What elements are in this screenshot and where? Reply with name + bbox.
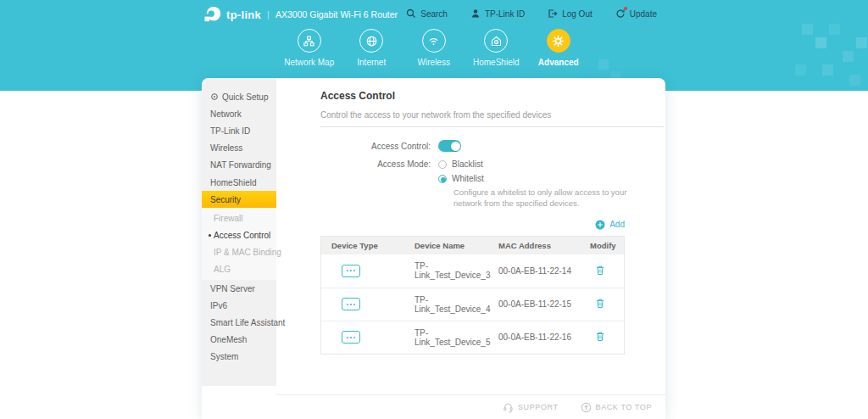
- update-icon: [615, 8, 626, 19]
- access-control-row: Access Control:: [320, 140, 664, 152]
- unknown-device-icon: [342, 331, 360, 344]
- sidebar-item-label: Smart Life Assistant: [210, 318, 285, 327]
- device-name-cell: TP-Link_Test_Device_5: [410, 328, 497, 347]
- quick-setup-icon: [210, 92, 219, 101]
- radio-blacklist[interactable]: Blacklist: [438, 159, 483, 169]
- radio-icon: [438, 160, 447, 169]
- sidebar-item-nat-forwarding[interactable]: NAT Forwarding: [202, 157, 276, 174]
- sidebar-item-ipv6[interactable]: IPv6: [202, 297, 276, 314]
- mosaic-square: [849, 75, 860, 86]
- radio-selected-icon: [438, 175, 447, 183]
- tab-internet[interactable]: Internet: [341, 29, 403, 67]
- sidebar-item-label: System: [210, 352, 238, 361]
- sidebar-item-label: Firewall: [214, 214, 242, 223]
- update-button[interactable]: Update: [615, 8, 657, 19]
- sidebar-item-homeshield[interactable]: HomeShield: [202, 174, 276, 191]
- sidebar-item-label: VPN Server: [210, 284, 255, 293]
- sidebar-item-label: HomeShield: [210, 178, 256, 187]
- delete-button[interactable]: [595, 298, 605, 309]
- mac-address-cell: 00-0A-EB-11-22-15: [497, 299, 584, 309]
- sidebar-subitem-access-control[interactable]: Access Control: [202, 227, 276, 244]
- support-button[interactable]: SUPPORT: [503, 402, 559, 413]
- access-control-toggle[interactable]: [438, 140, 461, 152]
- sidebar-item-label: Network: [210, 109, 242, 119]
- tplink-id-label: TP-Link ID: [485, 9, 525, 19]
- tplink-id-button[interactable]: TP-Link ID: [470, 8, 525, 19]
- sidebar-item-wireless[interactable]: Wireless: [202, 140, 276, 157]
- sidebar-item-label: OneMesh: [210, 335, 247, 344]
- card-footer: SUPPORT BACK TO TOP: [276, 394, 665, 419]
- divider: [320, 126, 664, 127]
- access-control-panel: Access Control Control the access to you…: [276, 78, 665, 394]
- page-title: Access Control: [320, 90, 664, 102]
- bullet-icon: [209, 234, 211, 237]
- mosaic-square: [795, 64, 806, 75]
- delete-button[interactable]: [595, 331, 605, 342]
- sidebar-item-security[interactable]: Security: [202, 191, 276, 208]
- device-name-cell: TP-Link_Test_Device_3: [410, 261, 497, 280]
- arrow-up-circle-icon: [581, 402, 592, 413]
- page-subtitle: Control the access to your network from …: [320, 110, 664, 120]
- sidebar-item-smart-life-assistant[interactable]: Smart Life Assistant: [202, 314, 276, 331]
- user-icon: [470, 8, 481, 19]
- sidebar: Quick Setup Network TP-Link ID Wireless …: [202, 78, 276, 386]
- sidebar-item-label: TP-Link ID: [210, 126, 250, 136]
- sidebar-item-label: NAT Forwarding: [210, 160, 271, 170]
- hero-band: tp-link | AX3000 Gigabit Wi-Fi 6 Router …: [0, 0, 868, 91]
- col-header-device-name: Device Name: [410, 241, 497, 250]
- sidebar-item-network[interactable]: Network: [202, 105, 276, 122]
- radio-label: Whitelist: [452, 174, 484, 183]
- sidebar-item-vpn-server[interactable]: VPN Server: [202, 280, 276, 297]
- unknown-device-icon: [342, 298, 360, 310]
- logout-label: Log Out: [562, 9, 593, 19]
- tab-network-map[interactable]: Network Map: [278, 29, 341, 67]
- headset-icon: [503, 402, 514, 413]
- sidebar-subitem-alg[interactable]: ALG: [202, 261, 276, 278]
- radio-whitelist[interactable]: Whitelist: [438, 174, 664, 183]
- table-row: TP-Link_Test_Device_3 00-0A-EB-11-22-14: [321, 254, 624, 288]
- content-card: Quick Setup Network TP-Link ID Wireless …: [202, 78, 665, 419]
- tab-homeshield[interactable]: HomeShield: [465, 29, 528, 67]
- access-control-label: Access Control:: [320, 142, 431, 151]
- unknown-device-icon: [342, 265, 360, 277]
- sidebar-item-label: IPv6: [210, 301, 227, 310]
- security-submenu: Firewall Access Control IP & MAC Binding…: [202, 208, 276, 280]
- sidebar-item-label: Wireless: [210, 143, 242, 153]
- globe-icon: [359, 29, 383, 53]
- update-icon-wrap: [615, 8, 626, 19]
- plus-circle-icon: [595, 220, 605, 230]
- sidebar-item-tplink-id[interactable]: TP-Link ID: [202, 122, 276, 139]
- nav-label: Wireless: [403, 58, 465, 67]
- brand-divider: |: [267, 9, 270, 20]
- logout-button[interactable]: Log Out: [548, 8, 593, 19]
- device-name-cell: TP-Link_Test_Device_4: [410, 295, 497, 314]
- toggle-knob: [451, 142, 460, 151]
- topbar: tp-link | AX3000 Gigabit Wi-Fi 6 Router …: [0, 0, 868, 31]
- sidebar-subitem-ip-mac-binding[interactable]: IP & MAC Binding: [202, 244, 276, 261]
- trash-icon: [595, 331, 605, 342]
- tab-wireless[interactable]: Wireless: [403, 29, 465, 67]
- mac-address-cell: 00-0A-EB-11-22-14: [497, 266, 584, 276]
- nav-label: Advanced: [527, 58, 590, 67]
- col-header-modify: Modify: [584, 241, 624, 250]
- sidebar-item-onemesh[interactable]: OneMesh: [202, 332, 276, 349]
- back-to-top-button[interactable]: BACK TO TOP: [581, 402, 652, 413]
- mosaic-square: [843, 51, 854, 62]
- nav-label: Internet: [341, 58, 403, 67]
- table-header-row: Device Type Device Name MAC Address Modi…: [321, 237, 624, 254]
- sidebar-item-quick-setup[interactable]: Quick Setup: [202, 88, 276, 105]
- trash-icon: [595, 298, 605, 309]
- delete-button[interactable]: [595, 265, 605, 276]
- sidebar-subitem-firewall[interactable]: Firewall: [202, 210, 276, 226]
- access-mode-label: Access Mode:: [320, 159, 431, 169]
- sidebar-item-system[interactable]: System: [202, 349, 276, 366]
- tab-advanced[interactable]: Advanced: [527, 29, 590, 67]
- add-device-button[interactable]: Add: [320, 220, 625, 230]
- mac-address-cell: 00-0A-EB-11-22-16: [497, 332, 584, 342]
- whitelist-help-text: Configure a whitelist to only allow acce…: [453, 187, 630, 210]
- col-header-device-type: Device Type: [321, 241, 410, 250]
- modify-cell: [584, 265, 624, 277]
- search-button[interactable]: Search: [406, 8, 448, 19]
- update-label: Update: [630, 9, 657, 19]
- search-icon: [406, 8, 416, 19]
